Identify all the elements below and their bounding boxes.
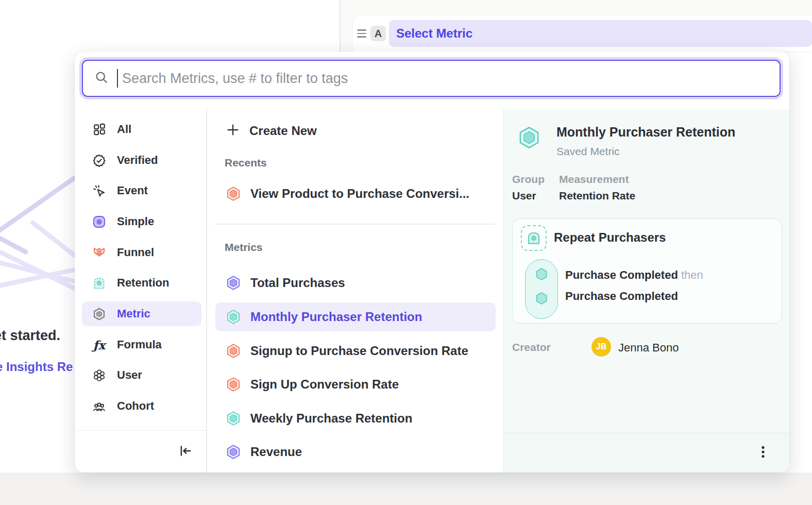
metric-definition-card: Repeat Purchasers Purchase Completed the… <box>512 218 782 324</box>
background-chart-line <box>0 228 29 256</box>
cohort-icon <box>92 399 106 413</box>
sidebar-item-funnel[interactable]: Funnel <box>82 240 201 265</box>
simple-icon <box>92 215 106 229</box>
text-cursor <box>117 69 118 88</box>
sidebar-item-formula[interactable]: ƒx Formula <box>82 332 201 357</box>
metric-item-monthly-purchaser-retention[interactable]: Monthly Purchaser Retention <box>215 302 496 331</box>
definition-step-1: Purchase Completed then <box>565 268 703 282</box>
metric-hexagon-icon <box>226 343 241 359</box>
group-value: User <box>512 190 536 202</box>
sidebar-item-user[interactable]: User <box>82 363 201 388</box>
funnel-icon <box>92 246 106 260</box>
metric-item-total-purchases[interactable]: Total Purchases <box>215 268 496 297</box>
clause-letter-badge: A <box>370 26 386 41</box>
measurement-label: Measurement <box>559 173 629 186</box>
preview-panel-footer <box>504 433 789 473</box>
sidebar-item-retention[interactable]: Retention <box>82 271 201 295</box>
preview-subtitle: Saved Metric <box>556 145 620 158</box>
sidebar-item-simple[interactable]: Simple <box>82 209 201 234</box>
search-placeholder: Search Metrics, use # to filter to tags <box>122 71 348 87</box>
sidebar-item-metric[interactable]: Metric <box>82 301 201 326</box>
creator-avatar: JB <box>591 337 611 357</box>
sidebar-item-event[interactable]: Event <box>82 178 201 203</box>
metric-hexagon-icon <box>226 275 241 291</box>
metric-clause-card: A Select Metric <box>353 15 812 52</box>
formula-icon: ƒx <box>92 338 106 352</box>
definition-step-2: Purchase Completed <box>565 290 678 303</box>
sidebar-item-cohort[interactable]: Cohort <box>82 394 201 418</box>
event-cursor-icon <box>92 184 106 198</box>
metric-hexagon-icon <box>226 377 241 392</box>
plus-icon <box>226 123 240 139</box>
background-insights-link-fragment[interactable]: e Insights Re <box>0 360 83 374</box>
metric-preview-panel: Monthly Purchaser Retention Saved Metric… <box>504 109 789 473</box>
step-connector: then <box>681 268 703 281</box>
more-options-kebab-icon[interactable] <box>756 444 770 462</box>
metric-hexagon-icon <box>226 444 241 460</box>
metric-item-signup-to-purchase-conversion-rate[interactable]: Signup to Purchase Conversion Rate <box>215 336 496 365</box>
metric-picker-dialog: Search Metrics, use # to filter to tags … <box>75 52 789 473</box>
metric-icon <box>92 307 106 321</box>
creator-label: Creator <box>512 341 551 354</box>
retention-icon <box>526 230 542 246</box>
preview-metric-hexagon-icon <box>517 126 541 149</box>
select-metric-label: Select Metric <box>396 26 472 41</box>
create-new-label: Create New <box>249 124 317 138</box>
step-hexagon-icon <box>534 266 549 282</box>
funnel-steps-capsule <box>525 259 558 319</box>
drag-handle-icon[interactable] <box>357 29 366 38</box>
measurement-value: Retention Rate <box>559 190 635 202</box>
search-icon <box>94 70 109 87</box>
recents-section-header: Recents <box>225 157 267 169</box>
step-hexagon-icon <box>534 291 549 306</box>
metric-item-sign-up-conversion-rate[interactable]: Sign Up Conversion Rate <box>215 370 496 399</box>
list-divider <box>215 224 496 225</box>
metric-item-weekly-purchase-retention[interactable]: Weekly Purchase Retention <box>215 404 496 433</box>
sidebar-footer <box>75 430 206 473</box>
recent-metric-item[interactable]: View Product to Purchase Conversi... <box>215 179 496 208</box>
preview-title: Monthly Purchaser Retention <box>556 125 735 140</box>
funnel-metric-hexagon-icon <box>226 186 241 201</box>
background-heading-fragment: et started. <box>0 328 81 344</box>
metric-item-revenue[interactable]: Revenue <box>215 437 496 466</box>
creator-name: Jenna Bono <box>618 341 679 355</box>
background-bottom-strip <box>0 473 812 505</box>
background-chart-line <box>0 175 78 246</box>
verified-badge-icon <box>92 154 106 167</box>
search-input[interactable]: Search Metrics, use # to filter to tags <box>82 60 781 97</box>
create-new-button[interactable]: Create New <box>215 116 496 145</box>
metric-hexagon-icon <box>226 411 241 426</box>
retention-icon <box>92 276 106 290</box>
collapse-sidebar-icon[interactable] <box>178 444 193 460</box>
definition-name: Repeat Purchasers <box>554 230 666 245</box>
column-divider <box>206 109 207 473</box>
all-grid-icon <box>92 123 106 137</box>
metric-hexagon-icon <box>226 309 241 325</box>
user-icon <box>92 368 106 382</box>
sidebar-item-all[interactable]: All <box>82 117 201 142</box>
group-label: Group <box>512 173 545 186</box>
retention-step-badge <box>521 225 547 251</box>
select-metric-button[interactable]: Select Metric <box>389 20 812 47</box>
sidebar-item-verified[interactable]: Verified <box>82 148 201 173</box>
metrics-section-header: Metrics <box>225 241 263 254</box>
